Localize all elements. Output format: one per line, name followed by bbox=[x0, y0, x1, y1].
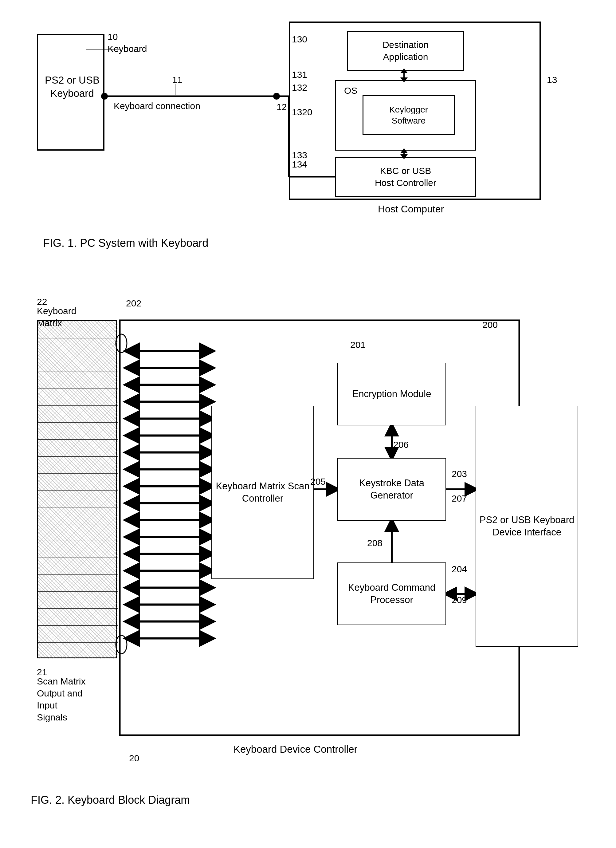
svg-point-3 bbox=[273, 93, 280, 99]
fig1-keyboard-label: PS2 or USB Keyboard bbox=[43, 74, 101, 100]
fig2-ref200: 200 bbox=[482, 319, 498, 331]
fig2-ref20: 20 bbox=[129, 752, 139, 764]
fig2-kmsc-box: Keyboard Matrix Scan Controller bbox=[212, 406, 313, 578]
fig2-keyboard-matrix bbox=[37, 320, 117, 658]
fig1-ref130: 130 bbox=[292, 33, 307, 45]
fig2-kdg-box: Keystroke Data Generator bbox=[338, 458, 446, 520]
fig1-ref132: 132 bbox=[292, 82, 307, 93]
fig2-matrix-svg bbox=[38, 321, 118, 659]
fig1-keyboard-ref: 10Keyboard bbox=[108, 31, 147, 55]
fig2-ref209: 209 bbox=[452, 594, 467, 606]
fig1-ref12: 12 bbox=[277, 101, 287, 113]
fig2-scan-label: Scan MatrixOutput andInputSignals bbox=[37, 675, 108, 723]
fig2-ps2usb-box: PS2 or USB Keyboard Device Interface bbox=[476, 406, 578, 646]
fig1-diagram: PS2 or USB Keyboard 10Keyboard 11 Keyboa… bbox=[25, 18, 578, 227]
fig1-ref133: 133 bbox=[292, 149, 307, 161]
fig2-kdc-label: Keyboard Device Controller bbox=[234, 743, 358, 756]
fig1-os-label: OS bbox=[344, 85, 357, 96]
fig2-kcp-box: Keyboard Command Processor bbox=[338, 563, 446, 624]
fig2-matrix-label: KeyboardMatrix bbox=[37, 305, 76, 329]
fig2-ref202: 202 bbox=[126, 297, 141, 309]
fig1-connection-label: Keyboard connection bbox=[114, 100, 200, 112]
fig1-dest-app-box: DestinationApplication bbox=[347, 31, 464, 71]
fig1-ref11: 11 bbox=[172, 74, 182, 86]
fig1-kbc-box: KBC or USBHost Controller bbox=[335, 157, 476, 197]
fig1-ref1320: 1320 bbox=[292, 106, 312, 118]
fig2-wrapper: 22 KeyboardMatrix 21 Scan MatrixOutput a… bbox=[25, 268, 591, 806]
fig2-ref207: 207 bbox=[452, 492, 467, 504]
fig1-ref13: 13 bbox=[547, 74, 557, 86]
fig2-ref206: 206 bbox=[393, 439, 409, 451]
fig1-ref131: 131 bbox=[292, 68, 307, 80]
fig2-diagram: 22 KeyboardMatrix 21 Scan MatrixOutput a… bbox=[25, 268, 596, 784]
fig1-host-label: Host Computer bbox=[378, 203, 444, 216]
fig2-enc-box: Encryption Module bbox=[338, 363, 446, 425]
fig2-ref208: 208 bbox=[367, 537, 382, 549]
svg-rect-57 bbox=[120, 320, 519, 735]
fig1-caption: FIG. 1. PC System with Keyboard bbox=[25, 237, 591, 249]
fig2-ref204: 204 bbox=[452, 563, 467, 575]
fig2-ref203: 203 bbox=[452, 468, 467, 480]
fig1-keylogger-box: KeyloggerSoftware bbox=[363, 95, 455, 135]
fig2-caption: FIG. 2. Keyboard Block Diagram bbox=[25, 793, 591, 806]
fig2-ref205: 205 bbox=[310, 476, 326, 488]
fig2-ref201: 201 bbox=[350, 339, 366, 351]
